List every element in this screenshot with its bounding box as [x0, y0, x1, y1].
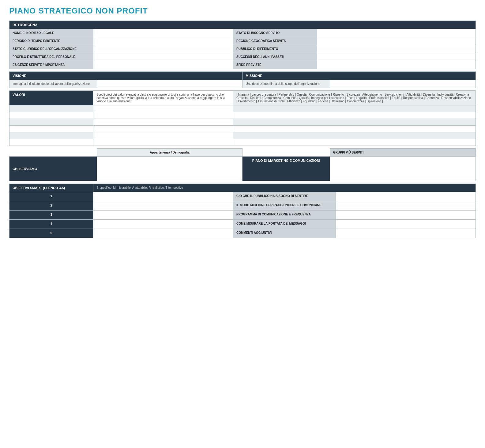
valori-frase-5[interactable] — [93, 132, 233, 139]
obiettivi-row-5: 5 COMMENTI AGGIUNTIVI — [9, 229, 476, 238]
label-stato-bisogno: STATO DI BISOGNO SERVITO — [233, 29, 317, 37]
obiettivi-num-3: 3 — [9, 211, 93, 220]
obiettivi-label-3: PROGRAMMA DI COMUNICAZIONE E FREQUENZA — [233, 211, 336, 220]
valori-label: VALORI — [9, 91, 93, 105]
valori-values: | Integrità | Lavoro di squadra | Partne… — [233, 91, 476, 105]
label-profilo: PROFILO E STRUTTURA DEL PERSONALE — [9, 53, 93, 61]
valori-name-6[interactable] — [9, 139, 93, 146]
valori-section: VALORI Scegli dieci dei valori elencati … — [9, 90, 476, 146]
retroscena-row-3: STATO GIURIDICO DELL'ORGANIZZAZIONE PUBB… — [9, 45, 476, 53]
missione-value[interactable] — [330, 80, 476, 88]
valori-row-1 — [9, 105, 476, 112]
obiettivi-right-value-4[interactable] — [336, 220, 476, 229]
obiettivi-row-1: 1 CIÒ CHE IL PUBBLICO HA BISOGNO DI SENT… — [9, 192, 476, 201]
chi-serviamo-section: Appartenenza / Demografia GRUPPI PIÙ SER… — [9, 148, 476, 181]
value-profilo[interactable] — [93, 53, 233, 61]
retroscena-row-2: PERIODO DI TEMPO ESISTENTE REGIONE GEOGR… — [9, 37, 476, 45]
label-sfide: SFIDE PREVISTE — [233, 61, 317, 69]
missione-desc: Una descrizione mirata dello scopo dell'… — [242, 80, 330, 88]
retroscena-section: RETROSCENA NOME E INDIRIZZO LEGALE STATO… — [9, 21, 476, 69]
valori-frase-1[interactable] — [93, 105, 233, 112]
obiettivi-label-2: IL MODO MIGLIORE PER RAGGIUNGERE E COMUN… — [233, 201, 336, 211]
valori-row-5 — [9, 132, 476, 139]
visione-missione-section: VISIONE MISSIONE Immagina il risultato i… — [9, 71, 476, 88]
obiettivi-num-4: 4 — [9, 220, 93, 229]
obiettivi-num-2: 2 — [9, 201, 93, 211]
valori-frase-2[interactable] — [93, 112, 233, 119]
valori-row-2 — [9, 112, 476, 119]
value-periodo[interactable] — [93, 37, 233, 45]
obiettivi-value-5[interactable] — [93, 229, 233, 238]
page-title: PIANO STRATEGICO NON PROFIT — [9, 6, 476, 16]
appartenenza-header: Appartenenza / Demografia — [97, 149, 242, 157]
value-sfide[interactable] — [317, 61, 476, 69]
valori-row-3 — [9, 119, 476, 126]
valori-extra-6[interactable] — [233, 139, 476, 146]
valori-frase-4[interactable] — [93, 126, 233, 132]
valori-row-4 — [9, 126, 476, 132]
valori-frase-6[interactable] — [93, 139, 233, 146]
obiettivi-row-2: 2 IL MODO MIGLIORE PER RAGGIUNGERE E COM… — [9, 201, 476, 211]
valori-extra-5[interactable] — [233, 132, 476, 139]
obiettivi-label-5: COMMENTI AGGIUNTIVI — [233, 229, 336, 238]
value-pubblico[interactable] — [317, 45, 476, 53]
valori-name-3[interactable] — [9, 119, 93, 126]
label-successi: SUCCESSI DEGLI ANNI PASSATI — [233, 53, 317, 61]
valori-row-6 — [9, 139, 476, 146]
gruppi-header: GRUPPI PIÙ SERVITI — [330, 149, 476, 157]
obiettivi-value-1[interactable] — [93, 192, 233, 201]
obiettivi-value-3[interactable] — [93, 211, 233, 220]
retroscena-row-4: PROFILO E STRUTTURA DEL PERSONALE SUCCES… — [9, 53, 476, 61]
obiettivi-right-value-2[interactable] — [336, 201, 476, 211]
obiettivi-label-4: COME MISURARE LA PORTATA DEI MESSAGGI — [233, 220, 336, 229]
valori-extra-2[interactable] — [233, 112, 476, 119]
label-regione: REGIONE GEOGRAFICA SERVITA — [233, 37, 317, 45]
valori-frase-3[interactable] — [93, 119, 233, 126]
label-periodo: PERIODO DI TEMPO ESISTENTE — [9, 37, 93, 45]
value-successi[interactable] — [317, 53, 476, 61]
label-nome: NOME E INDIRIZZO LEGALE — [9, 29, 93, 37]
obiettivi-desc: S-specifico, M-misurabile, A-attuabile, … — [93, 184, 476, 192]
visione-value[interactable] — [97, 80, 242, 88]
chi-serviamo-appartenenza[interactable] — [97, 157, 242, 181]
visione-header: VISIONE — [9, 72, 242, 80]
valori-desc: Scegli dieci dei valori elencati a destr… — [93, 91, 233, 105]
valori-extra-4[interactable] — [233, 126, 476, 132]
value-regione[interactable] — [317, 37, 476, 45]
value-stato-bisogno[interactable] — [317, 29, 476, 37]
value-stato-giuridico[interactable] — [93, 45, 233, 53]
valori-extra-3[interactable] — [233, 119, 476, 126]
obiettivi-right-value-1[interactable] — [336, 192, 476, 201]
missione-header: MISSIONE — [242, 72, 476, 80]
visione-desc: Immagina il risultato ideale del lavoro … — [9, 80, 97, 88]
obiettivi-num-5: 5 — [9, 229, 93, 238]
retroscena-row-1: NOME E INDIRIZZO LEGALE STATO DI BISOGNO… — [9, 29, 476, 37]
retroscena-header: RETROSCENA — [9, 21, 476, 29]
obiettivi-section: OBIETTIVI SMART (ELENCO 3-5) S-specifico… — [9, 184, 476, 238]
obiettivi-label-1: CIÒ CHE IL PUBBLICO HA BISOGNO DI SENTIR… — [233, 192, 336, 201]
value-esigenze[interactable] — [93, 61, 233, 69]
label-esigenze: ESIGENZE SERVITE / IMPORTANZA — [9, 61, 93, 69]
valori-name-4[interactable] — [9, 126, 93, 132]
chi-serviamo-gruppi[interactable] — [330, 157, 476, 181]
obiettivi-num-1: 1 — [9, 192, 93, 201]
valori-name-5[interactable] — [9, 132, 93, 139]
obiettivi-row-3: 3 PROGRAMMA DI COMUNICAZIONE E FREQUENZA — [9, 211, 476, 220]
valori-extra-1[interactable] — [233, 105, 476, 112]
obiettivi-row-4: 4 COME MISURARE LA PORTATA DEI MESSAGGI — [9, 220, 476, 229]
value-nome[interactable] — [93, 29, 233, 37]
marketing-label: PIANO DI MARKETING E COMUNICAZIONI — [242, 157, 330, 181]
chi-serviamo-label: CHI SERVIAMO — [9, 157, 97, 181]
label-pubblico: PUBBLICO DI RIFERIMENTO — [233, 45, 317, 53]
label-stato-giuridico: STATO GIURIDICO DELL'ORGANIZZAZIONE — [9, 45, 93, 53]
valori-name-2[interactable] — [9, 112, 93, 119]
retroscena-row-5: ESIGENZE SERVITE / IMPORTANZA SFIDE PREV… — [9, 61, 476, 69]
obiettivi-value-4[interactable] — [93, 220, 233, 229]
obiettivi-header: OBIETTIVI SMART (ELENCO 3-5) — [9, 184, 93, 192]
valori-name-1[interactable] — [9, 105, 93, 112]
obiettivi-value-2[interactable] — [93, 201, 233, 211]
obiettivi-right-value-5[interactable] — [336, 229, 476, 238]
obiettivi-right-value-3[interactable] — [336, 211, 476, 220]
